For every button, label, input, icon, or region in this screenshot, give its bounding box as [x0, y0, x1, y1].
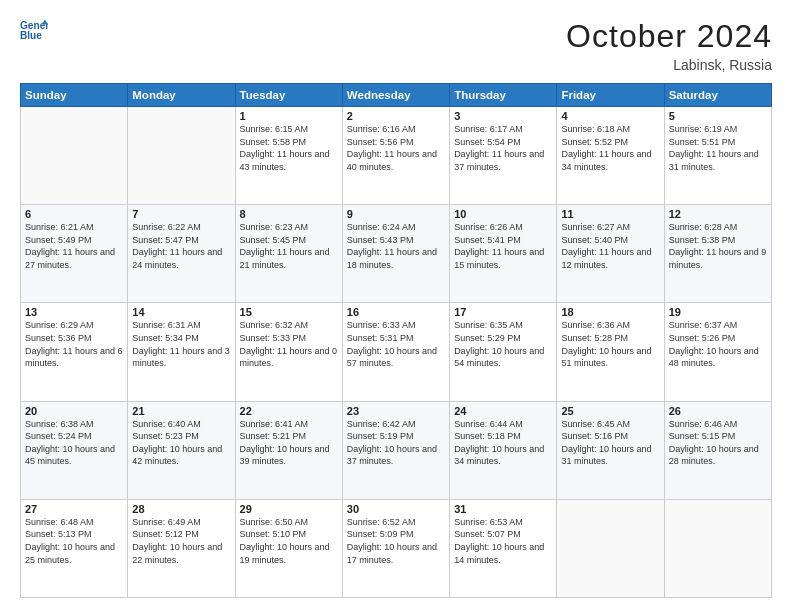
- calendar-cell: [557, 499, 664, 597]
- calendar-cell: 20Sunrise: 6:38 AM Sunset: 5:24 PM Dayli…: [21, 401, 128, 499]
- calendar-cell: 19Sunrise: 6:37 AM Sunset: 5:26 PM Dayli…: [664, 303, 771, 401]
- day-number: 1: [240, 110, 338, 122]
- day-info: Sunrise: 6:19 AM Sunset: 5:51 PM Dayligh…: [669, 123, 767, 173]
- day-number: 12: [669, 208, 767, 220]
- weekday-header-friday: Friday: [557, 84, 664, 107]
- title-block: October 2024 Labinsk, Russia: [566, 18, 772, 73]
- day-number: 22: [240, 405, 338, 417]
- day-number: 23: [347, 405, 445, 417]
- day-number: 3: [454, 110, 552, 122]
- day-info: Sunrise: 6:35 AM Sunset: 5:29 PM Dayligh…: [454, 319, 552, 369]
- day-number: 4: [561, 110, 659, 122]
- calendar-cell: 9Sunrise: 6:24 AM Sunset: 5:43 PM Daylig…: [342, 205, 449, 303]
- week-row-2: 6Sunrise: 6:21 AM Sunset: 5:49 PM Daylig…: [21, 205, 772, 303]
- weekday-header-row: SundayMondayTuesdayWednesdayThursdayFrid…: [21, 84, 772, 107]
- day-number: 2: [347, 110, 445, 122]
- day-number: 25: [561, 405, 659, 417]
- day-info: Sunrise: 6:53 AM Sunset: 5:07 PM Dayligh…: [454, 516, 552, 566]
- day-info: Sunrise: 6:28 AM Sunset: 5:38 PM Dayligh…: [669, 221, 767, 271]
- day-info: Sunrise: 6:31 AM Sunset: 5:34 PM Dayligh…: [132, 319, 230, 369]
- day-number: 5: [669, 110, 767, 122]
- day-info: Sunrise: 6:32 AM Sunset: 5:33 PM Dayligh…: [240, 319, 338, 369]
- weekday-header-saturday: Saturday: [664, 84, 771, 107]
- location: Labinsk, Russia: [566, 57, 772, 73]
- calendar-cell: 30Sunrise: 6:52 AM Sunset: 5:09 PM Dayli…: [342, 499, 449, 597]
- calendar-cell: 17Sunrise: 6:35 AM Sunset: 5:29 PM Dayli…: [450, 303, 557, 401]
- calendar-cell: 23Sunrise: 6:42 AM Sunset: 5:19 PM Dayli…: [342, 401, 449, 499]
- weekday-header-wednesday: Wednesday: [342, 84, 449, 107]
- calendar-cell: 27Sunrise: 6:48 AM Sunset: 5:13 PM Dayli…: [21, 499, 128, 597]
- weekday-header-monday: Monday: [128, 84, 235, 107]
- week-row-1: 1Sunrise: 6:15 AM Sunset: 5:58 PM Daylig…: [21, 107, 772, 205]
- weekday-header-tuesday: Tuesday: [235, 84, 342, 107]
- day-number: 27: [25, 503, 123, 515]
- header: General Blue October 2024 Labinsk, Russi…: [20, 18, 772, 73]
- day-info: Sunrise: 6:24 AM Sunset: 5:43 PM Dayligh…: [347, 221, 445, 271]
- calendar-cell: 29Sunrise: 6:50 AM Sunset: 5:10 PM Dayli…: [235, 499, 342, 597]
- day-number: 18: [561, 306, 659, 318]
- day-info: Sunrise: 6:41 AM Sunset: 5:21 PM Dayligh…: [240, 418, 338, 468]
- day-number: 14: [132, 306, 230, 318]
- day-number: 10: [454, 208, 552, 220]
- day-number: 8: [240, 208, 338, 220]
- calendar-table: SundayMondayTuesdayWednesdayThursdayFrid…: [20, 83, 772, 598]
- day-number: 15: [240, 306, 338, 318]
- day-info: Sunrise: 6:22 AM Sunset: 5:47 PM Dayligh…: [132, 221, 230, 271]
- day-number: 16: [347, 306, 445, 318]
- day-info: Sunrise: 6:33 AM Sunset: 5:31 PM Dayligh…: [347, 319, 445, 369]
- day-info: Sunrise: 6:37 AM Sunset: 5:26 PM Dayligh…: [669, 319, 767, 369]
- day-info: Sunrise: 6:40 AM Sunset: 5:23 PM Dayligh…: [132, 418, 230, 468]
- day-info: Sunrise: 6:16 AM Sunset: 5:56 PM Dayligh…: [347, 123, 445, 173]
- day-number: 6: [25, 208, 123, 220]
- calendar-cell: 2Sunrise: 6:16 AM Sunset: 5:56 PM Daylig…: [342, 107, 449, 205]
- day-info: Sunrise: 6:49 AM Sunset: 5:12 PM Dayligh…: [132, 516, 230, 566]
- day-number: 29: [240, 503, 338, 515]
- calendar-cell: 6Sunrise: 6:21 AM Sunset: 5:49 PM Daylig…: [21, 205, 128, 303]
- calendar-cell: 12Sunrise: 6:28 AM Sunset: 5:38 PM Dayli…: [664, 205, 771, 303]
- day-info: Sunrise: 6:52 AM Sunset: 5:09 PM Dayligh…: [347, 516, 445, 566]
- day-number: 28: [132, 503, 230, 515]
- calendar-cell: 1Sunrise: 6:15 AM Sunset: 5:58 PM Daylig…: [235, 107, 342, 205]
- day-info: Sunrise: 6:46 AM Sunset: 5:15 PM Dayligh…: [669, 418, 767, 468]
- weekday-header-sunday: Sunday: [21, 84, 128, 107]
- day-number: 7: [132, 208, 230, 220]
- calendar-cell: 28Sunrise: 6:49 AM Sunset: 5:12 PM Dayli…: [128, 499, 235, 597]
- calendar-cell: [21, 107, 128, 205]
- day-info: Sunrise: 6:38 AM Sunset: 5:24 PM Dayligh…: [25, 418, 123, 468]
- day-number: 21: [132, 405, 230, 417]
- calendar-cell: 4Sunrise: 6:18 AM Sunset: 5:52 PM Daylig…: [557, 107, 664, 205]
- svg-text:Blue: Blue: [20, 30, 42, 41]
- day-number: 31: [454, 503, 552, 515]
- day-info: Sunrise: 6:18 AM Sunset: 5:52 PM Dayligh…: [561, 123, 659, 173]
- calendar-cell: 10Sunrise: 6:26 AM Sunset: 5:41 PM Dayli…: [450, 205, 557, 303]
- calendar-cell: 13Sunrise: 6:29 AM Sunset: 5:36 PM Dayli…: [21, 303, 128, 401]
- calendar-cell: 31Sunrise: 6:53 AM Sunset: 5:07 PM Dayli…: [450, 499, 557, 597]
- calendar-cell: 14Sunrise: 6:31 AM Sunset: 5:34 PM Dayli…: [128, 303, 235, 401]
- day-info: Sunrise: 6:44 AM Sunset: 5:18 PM Dayligh…: [454, 418, 552, 468]
- day-number: 19: [669, 306, 767, 318]
- week-row-3: 13Sunrise: 6:29 AM Sunset: 5:36 PM Dayli…: [21, 303, 772, 401]
- month-title: October 2024: [566, 18, 772, 55]
- day-number: 20: [25, 405, 123, 417]
- week-row-4: 20Sunrise: 6:38 AM Sunset: 5:24 PM Dayli…: [21, 401, 772, 499]
- day-info: Sunrise: 6:17 AM Sunset: 5:54 PM Dayligh…: [454, 123, 552, 173]
- day-number: 13: [25, 306, 123, 318]
- logo-icon: General Blue: [20, 18, 48, 46]
- day-info: Sunrise: 6:50 AM Sunset: 5:10 PM Dayligh…: [240, 516, 338, 566]
- day-info: Sunrise: 6:45 AM Sunset: 5:16 PM Dayligh…: [561, 418, 659, 468]
- day-number: 26: [669, 405, 767, 417]
- calendar-cell: 3Sunrise: 6:17 AM Sunset: 5:54 PM Daylig…: [450, 107, 557, 205]
- logo: General Blue: [20, 18, 48, 46]
- calendar-cell: 8Sunrise: 6:23 AM Sunset: 5:45 PM Daylig…: [235, 205, 342, 303]
- day-number: 11: [561, 208, 659, 220]
- day-number: 30: [347, 503, 445, 515]
- calendar-cell: 24Sunrise: 6:44 AM Sunset: 5:18 PM Dayli…: [450, 401, 557, 499]
- calendar-cell: 15Sunrise: 6:32 AM Sunset: 5:33 PM Dayli…: [235, 303, 342, 401]
- calendar-cell: 18Sunrise: 6:36 AM Sunset: 5:28 PM Dayli…: [557, 303, 664, 401]
- weekday-header-thursday: Thursday: [450, 84, 557, 107]
- calendar-cell: 11Sunrise: 6:27 AM Sunset: 5:40 PM Dayli…: [557, 205, 664, 303]
- day-info: Sunrise: 6:26 AM Sunset: 5:41 PM Dayligh…: [454, 221, 552, 271]
- calendar-cell: [128, 107, 235, 205]
- calendar-cell: 5Sunrise: 6:19 AM Sunset: 5:51 PM Daylig…: [664, 107, 771, 205]
- day-number: 24: [454, 405, 552, 417]
